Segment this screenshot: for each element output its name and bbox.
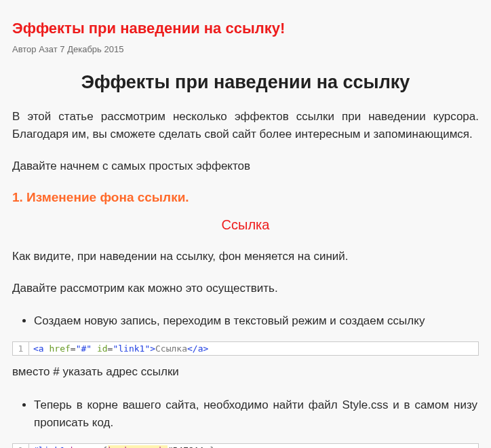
- code-token: <: [33, 343, 39, 354]
- code-token: >: [150, 343, 155, 354]
- code-token: >: [203, 343, 209, 354]
- code-token: Ссылка: [155, 343, 187, 354]
- lead-paragraph: Давайте начнем с самых простых эффектов: [12, 157, 479, 175]
- code-token: href: [49, 343, 70, 354]
- author-name: Азат: [39, 44, 58, 54]
- post-title: Эффекты при наведении на ссылку!: [12, 14, 479, 39]
- code-token: a: [39, 343, 44, 354]
- code-line: #link1:hover {background:#5478AA;}: [29, 444, 219, 448]
- publish-date: 7 Декабрь 2015: [60, 44, 123, 54]
- list-item: Теперь в корне вашего сайта, необходимо …: [34, 396, 477, 431]
- code-token: </: [187, 343, 198, 354]
- code-token: :hover: [65, 445, 97, 448]
- code-token: id: [97, 343, 108, 354]
- code-token: [97, 445, 102, 448]
- code-token: a: [198, 343, 203, 354]
- code-block-css: 1 #link1:hover {background:#5478AA;}: [12, 443, 479, 448]
- demo-link[interactable]: Ссылка: [222, 217, 270, 232]
- section-1-title: 1. Изменение фона ссылки.: [12, 190, 479, 205]
- content-heading: Эффекты при наведении на ссылку: [12, 72, 479, 93]
- author-label: Автор: [12, 44, 37, 54]
- code-token: #link1: [33, 445, 65, 448]
- list-item: Создаем новую запись, переходим в тексто…: [34, 312, 477, 330]
- step-list: Создаем новую запись, переходим в тексто…: [14, 312, 477, 330]
- demo-link-wrapper: Ссылка: [12, 217, 479, 233]
- note-after-code1: вместо # указать адрес ссылки: [12, 365, 479, 379]
- after-demo-paragraph: Как видите, при наведении на ссылку, фон…: [12, 248, 479, 265]
- post-title-link[interactable]: Эффекты при наведении на ссылку!: [12, 20, 285, 37]
- code-token: =: [71, 343, 76, 354]
- post-meta: Автор Азат 7 Декабрь 2015: [12, 44, 479, 54]
- code-token: {: [102, 445, 108, 448]
- code-token: "link1": [113, 343, 150, 354]
- code-token: "#": [76, 343, 92, 354]
- code-token: }: [210, 445, 215, 448]
- how-lead-paragraph: Давайте рассмотрим как можно это осущест…: [12, 280, 479, 297]
- code-line-number: 1: [13, 444, 29, 448]
- step-list: Теперь в корне вашего сайта, необходимо …: [14, 396, 477, 431]
- intro-paragraph: В этой статье рассмотрим несколько эффек…: [12, 108, 479, 143]
- article-page: Эффекты при наведении на ссылку! Автор А…: [0, 0, 491, 448]
- code-block-html: 1 <a href="#" id="link1">Ссылка</a>: [12, 341, 479, 356]
- code-token: #5478AA;: [168, 445, 210, 448]
- code-token: [92, 343, 97, 354]
- code-line: <a href="#" id="link1">Ссылка</a>: [29, 342, 212, 355]
- code-line-number: 1: [13, 342, 29, 355]
- code-token: background:: [108, 445, 168, 448]
